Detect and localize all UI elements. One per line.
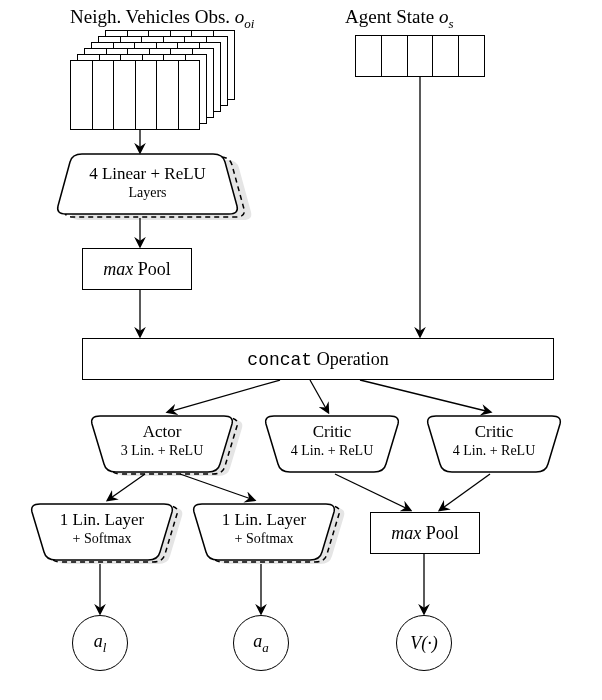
encoder-l2: Layers [50,185,245,201]
critic2-title: Critic [475,422,514,441]
critic-block-2: Critic 4 Lin. + ReLU [424,414,564,476]
actor-sub: 3 Lin. + ReLU [88,443,236,459]
output-al: al [72,615,128,671]
output-v: V(·) [396,615,452,671]
agent-state-matrix [355,35,485,77]
label-neigh: Neigh. Vehicles Obs. ooi [70,6,254,32]
softmax-left-l1: 1 Lin. Layer [60,510,145,529]
critic2-sub: 4 Lin. + ReLU [424,443,564,459]
svg-line-9 [335,474,410,510]
softmax-left-l2: + Softmax [28,531,176,547]
maxpool-2: max Pool [370,512,480,554]
critic-block-1: Critic 4 Lin. + ReLU [262,414,402,476]
svg-line-6 [360,380,490,412]
critic1-title: Critic [313,422,352,441]
concat-op: concat Operation [82,338,554,380]
svg-line-4 [168,380,280,412]
encoder-l1: 4 Linear + ReLU [89,164,206,183]
svg-line-5 [310,380,328,412]
diagram-canvas: Neigh. Vehicles Obs. ooi Agent State os … [0,0,602,700]
svg-line-10 [440,474,490,510]
encoder-block: 4 Linear + ReLU Layers [50,152,245,220]
maxpool-1: max Pool [82,248,192,290]
svg-line-7 [108,474,145,500]
label-agent: Agent State os [345,6,454,32]
output-aa: aa [233,615,289,671]
svg-line-8 [180,474,254,500]
actor-block: Actor 3 Lin. + ReLU [88,414,236,476]
softmax-right-l2: + Softmax [190,531,338,547]
softmax-right-l1: 1 Lin. Layer [222,510,307,529]
stack-neigh-obs [70,30,235,130]
softmax-right: 1 Lin. Layer + Softmax [190,502,338,564]
critic1-sub: 4 Lin. + ReLU [262,443,402,459]
actor-title: Actor [143,422,182,441]
softmax-left: 1 Lin. Layer + Softmax [28,502,176,564]
